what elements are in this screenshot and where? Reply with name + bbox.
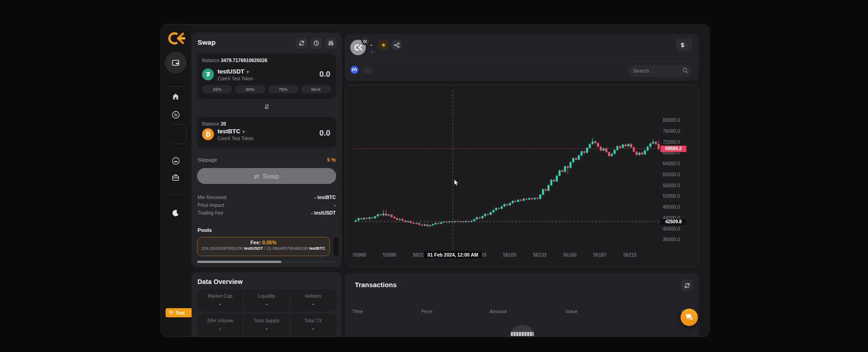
y-tick-label: 36000.0 (663, 236, 680, 242)
to-token-box: Balance 20 ₿ testBTC▼ CoreX Test Token 0… (197, 117, 336, 147)
wallet-button[interactable] (165, 52, 187, 74)
search-input[interactable] (633, 65, 681, 77)
coin-icon (172, 157, 180, 165)
wallet-icon (171, 58, 180, 67)
pool-card[interactable]: Fee: 0.05% 224.26424387606136 testUSDT /… (197, 237, 330, 256)
volume-value: - (197, 326, 243, 331)
percent-75-button[interactable]: 75% (268, 85, 298, 93)
from-token-box: Balance 3479.7176910635026 ₮ testUSDT▼ C… (197, 53, 336, 99)
from-balance-value: 3479.7176910635026 (221, 58, 267, 63)
col-time: Time (352, 309, 363, 314)
coinmarketcap-icon[interactable] (350, 66, 359, 76)
percent-50-button[interactable]: 50% (235, 85, 265, 93)
pool-fee-value: 0.05% (262, 240, 276, 245)
briefcase-icon (172, 173, 180, 182)
holders-value: - (290, 301, 336, 306)
token-header-panel: - -/ - ★ $ - ... (345, 34, 699, 81)
sliders-icon (328, 40, 334, 46)
swap-panel: Swap Balance 3479.7176910635026 ₮ (192, 32, 342, 267)
sidebar-item-exchange[interactable] (161, 110, 190, 119)
swap-button[interactable]: ⇄ Swap (197, 168, 336, 184)
pools-scrollbar[interactable] (197, 261, 336, 263)
pools-scrollbar-thumb[interactable] (197, 261, 281, 263)
to-token-selector[interactable]: testBTC▼ CoreX Test Token (218, 127, 254, 141)
mouse-cursor (454, 179, 459, 187)
percent-25-button[interactable]: 25% (202, 85, 232, 93)
settings-button[interactable] (325, 37, 337, 49)
candlestick-chart[interactable] (354, 90, 660, 250)
currency-symbol: $ (681, 42, 684, 48)
favorite-button[interactable]: ★ (378, 40, 389, 50)
stats-row-1: Market Cap- Liquidity- Holders- (197, 289, 336, 311)
refresh-icon (684, 283, 690, 289)
testnet-badge-label: Test (176, 310, 185, 315)
crosshair-price-label: 42509.8 (660, 219, 686, 225)
x-tick-label: 55968 (353, 252, 366, 257)
slippage-value[interactable]: 5 % (327, 157, 336, 163)
history-button[interactable] (311, 37, 322, 49)
swap-vertical-icon (264, 103, 270, 110)
chat-icon (685, 313, 693, 321)
market-cap-value: - (197, 301, 243, 306)
corex-logo-icon (166, 30, 186, 47)
volume-label: 24H Volume (197, 318, 243, 323)
sidebar-item-tokens[interactable] (161, 157, 190, 165)
y-tick-label: 52000.0 (663, 193, 680, 199)
sidebar-item-portfolio[interactable] (161, 173, 190, 182)
pool-reserve-a: 224.26424387606136 (202, 246, 243, 251)
testnet-badge[interactable]: Test (166, 308, 193, 317)
sidebar-item-home[interactable] (161, 93, 190, 101)
from-token-selector[interactable]: testUSDT▼ CoreX Test Token (218, 67, 254, 81)
pool-fee-label: Fee: (250, 240, 261, 245)
theme-toggle[interactable] (161, 209, 190, 217)
percent-max-button[interactable]: MAX (301, 85, 331, 93)
y-tick-label: 60000.0 (663, 172, 680, 177)
search-icon (682, 68, 688, 74)
sidebar (161, 25, 190, 336)
home-icon (172, 93, 180, 101)
y-tick-label: 76000.0 (663, 128, 680, 134)
col-amount: Amount (489, 309, 507, 314)
share-button[interactable] (391, 40, 402, 50)
trading-fee-value: - testUSDT (311, 210, 336, 215)
flip-direction-button[interactable] (192, 103, 342, 112)
next-pool-card-edge[interactable] (333, 237, 338, 256)
chevron-down-icon: ▼ (246, 70, 250, 74)
exchange-icon (172, 110, 180, 119)
more-links-button[interactable]: ... (362, 67, 373, 74)
trading-fee-label: Trading Fee (198, 210, 223, 215)
stats-row-2: 24H Volume- Total Supply- Total TX- (197, 314, 336, 336)
total-tx-value: - (290, 326, 336, 331)
total-tx-label: Total TX (290, 318, 336, 323)
usdt-token-icon: ₮ (202, 68, 214, 80)
liquidity-value: - (244, 301, 290, 306)
token-pair: -/ - (370, 50, 375, 54)
from-balance-label: Balance (202, 58, 219, 63)
current-price-label: 69500.2 (660, 146, 686, 152)
x-tick-label: 55996 (383, 252, 396, 257)
transactions-panel: Transactions Time Price Amount Value Use… (345, 273, 699, 337)
from-amount-input[interactable]: 0.0 (319, 70, 330, 79)
slippage-label: Slippage (198, 157, 217, 163)
pool-token-a: testUSDT (244, 246, 263, 251)
currency-selector[interactable]: $ - (676, 39, 692, 51)
clock-icon (313, 40, 319, 46)
chart-y-axis: 80000.076000.072000.068000.064000.060000… (663, 85, 695, 266)
swap-arrows-icon: ⇄ (254, 173, 260, 180)
swap-button-label: Swap (263, 173, 280, 180)
support-chat-button[interactable] (681, 309, 698, 326)
col-price: Price (421, 309, 432, 314)
refresh-button[interactable] (296, 37, 307, 49)
to-amount-input[interactable]: 0.0 (319, 129, 330, 138)
corex-token-logo-icon (353, 43, 363, 52)
x-tick-label: 56187 (593, 252, 607, 257)
currency-value: - (686, 42, 687, 47)
data-overview-title: Data Overview (198, 278, 243, 285)
total-supply-label: Total Supply (244, 318, 290, 323)
y-tick-label: 40000.0 (663, 226, 680, 231)
y-tick-label: 80000.0 (663, 117, 680, 123)
transactions-refresh-button[interactable] (681, 279, 693, 291)
market-cap-label: Market Cap (197, 293, 243, 299)
to-token-desc: CoreX Test Token (218, 136, 254, 141)
price-impact-value: - (334, 202, 336, 208)
